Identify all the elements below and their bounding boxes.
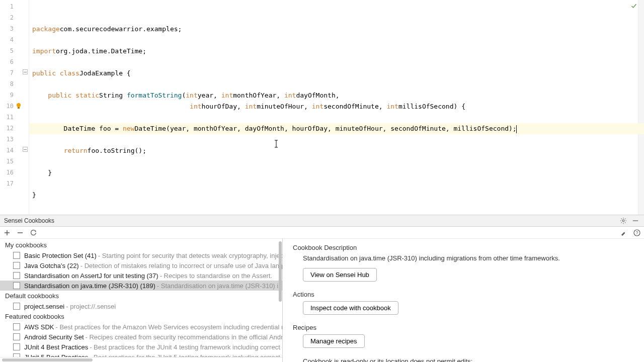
cookbook-name: Standardisation on java.time (JSR-310) (…	[24, 282, 155, 290]
cookbook-item[interactable]: JUnit 5 Best Practices - Best practices …	[0, 352, 282, 357]
checkbox[interactable]	[13, 353, 20, 357]
cookbook-desc: - Detection of mistakes relating to inco…	[80, 262, 282, 269]
cookbook-desc: - Starting point for security that detec…	[98, 252, 282, 259]
gutter-line: 8	[0, 78, 29, 89]
code-line[interactable]	[29, 79, 644, 90]
cookbook-name: Android Security Set	[24, 333, 84, 341]
svg-rect-1	[18, 107, 20, 109]
cookbook-name: Standardisation on AssertJ for unit test…	[24, 272, 158, 280]
code-line[interactable]: inthourOfDay, intminuteOfHour, intsecond…	[29, 101, 644, 112]
code-line[interactable]	[29, 112, 644, 123]
tree-hscrollbar[interactable]	[0, 357, 282, 362]
add-icon[interactable]	[3, 229, 11, 237]
gutter: 1234567891011121314151617	[0, 0, 29, 215]
remove-icon[interactable]	[16, 229, 24, 237]
cookbook-item[interactable]: Android Security Set - Recipes created f…	[0, 332, 282, 342]
actions-heading: Actions	[293, 291, 634, 298]
panel-header: Sensei Cookbooks	[0, 215, 644, 227]
checkbox[interactable]	[13, 343, 20, 350]
cookbook-desc: - Best practices for the Amazon Web Serv…	[55, 323, 282, 331]
cookbook-tree-pane: My cookbooksBasic Protection Set (41) - …	[0, 239, 283, 362]
cookbook-name: Basic Protection Set (41)	[24, 252, 97, 259]
code-line[interactable]: }	[29, 167, 644, 178]
cookbook-tree[interactable]: My cookbooksBasic Protection Set (41) - …	[0, 239, 282, 357]
checkbox[interactable]	[13, 252, 20, 259]
gutter-line: 5	[0, 45, 29, 56]
cookbook-name: JUnit 4 Best Practices	[24, 343, 88, 351]
cookbook-name: AWS SDK	[24, 323, 54, 331]
checkbox[interactable]	[13, 303, 20, 310]
gutter-line: 10	[0, 101, 29, 112]
cookbook-item[interactable]: Basic Protection Set (41) - Starting poi…	[0, 250, 282, 260]
view-on-hub-button[interactable]: View on Sensei Hub	[303, 268, 377, 282]
code-line[interactable]	[29, 201, 644, 212]
cookbook-toolbar: ?	[0, 227, 644, 239]
readonly-note-line1: Cookbook is read-only or its location do…	[303, 357, 634, 362]
code-line[interactable]	[29, 178, 644, 190]
cookbook-desc: - Recipes created from security recommen…	[86, 333, 282, 341]
checkbox[interactable]	[13, 333, 20, 340]
checkbox[interactable]	[13, 282, 20, 289]
fold-icon[interactable]	[23, 69, 28, 74]
readonly-note: Cookbook is read-only or its location do…	[303, 357, 634, 362]
inspect-code-button[interactable]: Inspect code with cookbook	[303, 301, 398, 315]
checkbox[interactable]	[13, 262, 20, 269]
cookbook-item[interactable]: Java Gotcha's (22) - Detection of mistak…	[0, 260, 282, 270]
code-line[interactable]: DateTime foo = newDateTime(year, monthOf…	[29, 123, 644, 134]
code-line[interactable]	[29, 134, 644, 145]
cookbook-item[interactable]: AWS SDK - Best practices for the Amazon …	[0, 322, 282, 332]
tree-section-header: Featured cookbooks	[0, 311, 282, 322]
code-line[interactable]: importorg.joda.time.DateTime;	[29, 46, 644, 57]
code-line[interactable]: returnfoo.toString();	[29, 145, 644, 156]
wrench-icon[interactable]	[620, 229, 628, 237]
gutter-line: 17	[0, 178, 29, 189]
gutter-line: 11	[0, 112, 29, 123]
help-icon[interactable]: ?	[633, 229, 641, 237]
cookbook-name: JUnit 5 Best Practices	[24, 353, 88, 357]
svg-point-0	[17, 103, 21, 107]
cookbook-item[interactable]: Standardisation on AssertJ for unit test…	[0, 270, 282, 281]
cookbook-desc: - Standardisation on java.time (JSR-310)…	[157, 282, 282, 290]
gutter-line: 16	[0, 167, 29, 178]
intention-bulb-icon[interactable]	[16, 102, 22, 109]
code-line[interactable]: public staticString formatToString(intye…	[29, 90, 644, 101]
code-editor[interactable]: 1234567891011121314151617 packagecom.sec…	[0, 0, 644, 215]
manage-recipes-button[interactable]: Manage recipes	[303, 334, 365, 348]
svg-text:?: ?	[635, 230, 638, 235]
tree-section-header: My cookbooks	[0, 240, 282, 250]
code-area[interactable]: packagecom.securecodewarrior.examples;im…	[29, 0, 644, 215]
gutter-line: 9	[0, 89, 29, 101]
cookbook-desc: - Recipes to standardise on the Assert.	[160, 272, 272, 280]
gutter-line: 13	[0, 134, 29, 145]
checkbox[interactable]	[13, 323, 20, 330]
gutter-line: 12	[0, 123, 29, 134]
cookbook-item[interactable]: Standardisation on java.time (JSR-310) (…	[0, 281, 282, 291]
cookbook-desc: - Best practices for the JUnit 5 testing…	[90, 353, 282, 357]
svg-point-2	[622, 220, 624, 222]
fold-icon[interactable]	[23, 147, 28, 152]
gutter-line: 1	[0, 1, 29, 12]
minimize-icon[interactable]	[631, 216, 640, 225]
tree-vscrollbar[interactable]	[277, 239, 282, 325]
gutter-line: 6	[0, 56, 29, 67]
code-line[interactable]: }	[29, 190, 644, 201]
gutter-line: 3	[0, 23, 29, 34]
checkbox[interactable]	[13, 272, 20, 279]
cookbook-item[interactable]: project.sensei - project://.sensei	[0, 301, 282, 311]
cookbook-name: Java Gotcha's (22)	[24, 262, 79, 269]
refresh-icon[interactable]	[29, 229, 37, 237]
gutter-line: 14	[0, 145, 29, 156]
code-line[interactable]	[29, 156, 644, 167]
cookbook-item[interactable]: JUnit 4 Best Practices - Best practices …	[0, 342, 282, 352]
cookbook-name: project.sensei	[24, 303, 64, 310]
cookbook-desc: - Best practices for the JUnit 4 testing…	[90, 343, 282, 351]
code-line[interactable]	[29, 35, 644, 46]
code-line[interactable]	[29, 57, 644, 68]
description-text: Standardisation on java.time (JSR-310) i…	[303, 254, 634, 262]
gutter-line: 15	[0, 156, 29, 167]
code-line[interactable]: public classJodaExample {	[29, 68, 644, 79]
gear-icon[interactable]	[619, 216, 628, 225]
code-line[interactable]: packagecom.securecodewarrior.examples;	[29, 24, 644, 35]
cookbook-detail-pane: Cookbook Description Standardisation on …	[283, 239, 644, 362]
cookbook-desc: - project://.sensei	[66, 303, 116, 310]
